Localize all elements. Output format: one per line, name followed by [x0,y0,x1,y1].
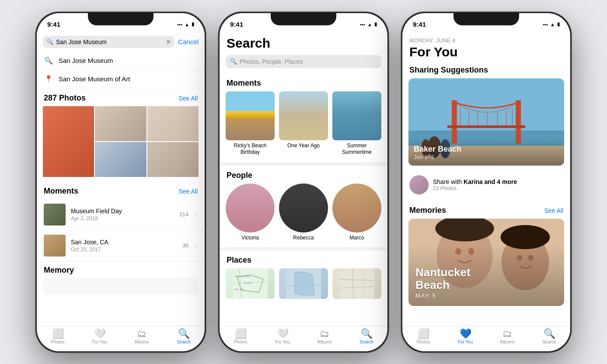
person-card-3[interactable]: Marco [332,184,381,241]
memories-section: Memories See All [402,202,570,306]
photos-see-all[interactable]: See All [178,95,198,102]
moment-card-3[interactable]: Summer Summertime [332,91,381,156]
place-card-2[interactable] [279,268,328,299]
museum-photo-4[interactable] [95,142,146,177]
section-divider-1 [220,162,387,166]
phone-2: 9:41 ▪▪▪ ▲ ▮ Search 🔍 Photos, People, Pl… [218,12,389,353]
place-map-1: Spring Valley Yonkers New Roc [226,268,275,299]
clear-button[interactable]: ✕ [166,38,171,45]
status-icons-2: ▪▪▪ ▲ ▮ [360,21,377,27]
moments-title: Moments [44,187,78,196]
signal-icon: ▪▪▪ [177,22,182,27]
phone-1: 9:41 ▪▪▪ ▲ ▮ 🔍 San Jose Museum ✕ Cancel [35,12,206,353]
svg-rect-16 [452,100,457,143]
photos-tab-icon-3: ⬜ [418,329,429,339]
person-card-1[interactable]: Victoria [226,184,275,241]
moments-section-header: Moments See All [37,181,205,199]
notch-2 [271,13,336,25]
suggestion-text-1: San Jose Museum [59,57,113,64]
moment-row-2[interactable]: San Jose, CA Oct 25, 2017 36 › [37,230,205,261]
moments-see-all[interactable]: See All [178,188,198,195]
tab-search-2[interactable]: 🔍 Search [353,329,380,344]
search-bar-static[interactable]: 🔍 Photos, People, Places [226,55,381,68]
place-card-3[interactable] [332,268,381,299]
status-icons-3: ▪▪▪ ▲ ▮ [543,21,560,27]
cancel-button[interactable]: Cancel [178,38,199,45]
baker-beach-card[interactable]: Baker Beach Jun 1–3 [408,78,564,166]
person-img-1 [226,184,275,232]
photos-tab-icon-1: ⬜ [52,329,64,339]
people-section-header: People [220,166,387,184]
moment-card-1[interactable]: Ricky's Beach Birthday [226,91,275,156]
map-svg-1: Spring Valley Yonkers New Roc [226,268,275,299]
tab-search-3[interactable]: 🔍 Search [536,329,562,344]
museum-photo-2[interactable] [95,106,146,141]
search-bar-row: 🔍 San Jose Museum ✕ Cancel [37,32,205,52]
foryou-tab-icon-3: 💙 [460,329,471,339]
wifi-icon: ▲ [185,22,189,27]
suggestion-item-2[interactable]: 📍 San Jose Museum of Art [37,70,205,88]
share-row[interactable]: Share with Karina and 4 more 23 Photos [402,171,570,199]
nantucket-date: MAY 5 [415,292,557,299]
albums-tab-icon-3: 🗂 [502,329,512,339]
map-svg-2 [279,268,328,299]
tab-photos-3[interactable]: ⬜ Photos [410,329,436,344]
albums-tab-icon-1: 🗂 [137,329,147,339]
foryou-tab-label-3: For You [458,340,473,344]
tab-photos-2[interactable]: ⬜ Photos [227,329,254,344]
person-name-1: Victoria [226,235,275,241]
svg-text:New Roc: New Roc [235,288,244,291]
photos-tab-label-1: Photos [51,340,64,344]
battery-icon: ▮ [192,21,194,27]
wifi-icon-2: ▲ [367,22,372,27]
search-input-wrap[interactable]: 🔍 San Jose Museum ✕ [43,36,174,48]
memories-see-all[interactable]: See All [544,207,563,214]
tab-foryou-2[interactable]: 🤍 For You [269,329,296,344]
battery-icon-3: ▮ [557,21,560,27]
places-row: Spring Valley Yonkers New Roc [220,268,387,305]
tab-albums-2[interactable]: 🗂 Albums [311,329,338,344]
person-card-2[interactable]: Rebecca [279,184,328,241]
moment-count-1: 314 [179,211,189,218]
moment-info-2: San Jose, CA Oct 25, 2017 [71,239,177,253]
tab-search-1[interactable]: 🔍 Search [171,329,197,344]
tab-albums-3[interactable]: 🗂 Albums [494,329,520,344]
foryou-tab-label-2: For You [275,340,290,344]
museum-photo-1[interactable] [43,106,94,177]
moment-card-label-2: One Year Ago [279,142,328,149]
tab-photos-1[interactable]: ⬜ Photos [45,329,71,344]
place-card-1[interactable]: Spring Valley Yonkers New Roc [226,268,275,299]
moment-title-1: Museum Field Day [71,208,174,215]
moments-title-2: Moments [227,79,261,88]
search-tab-label-1: Search [177,340,191,344]
suggestion-item-1[interactable]: 🔍 San Jose Museum [37,52,205,70]
tab-foryou-3[interactable]: 💙 For You [452,329,478,344]
moment-thumb-1 [44,204,66,225]
tab-bar-2: ⬜ Photos 🤍 For You 🗂 Albums 🔍 Search [220,326,387,351]
phone-3: 9:41 ▪▪▪ ▲ ▮ Monday, June 4 For You Shar… [401,12,572,353]
chevron-icon-1: › [195,211,198,218]
svg-rect-17 [516,100,521,143]
tab-bar-1: ⬜ Photos 🤍 For You 🗂 Albums 🔍 Search [37,326,205,351]
place-map-2 [279,268,328,299]
nantucket-card[interactable]: NantucketBeach MAY 5 [408,218,564,306]
tab-foryou-1[interactable]: 🤍 For You [87,329,113,344]
foryou-tab-icon-2: 🤍 [277,329,289,339]
moment-row-1[interactable]: Museum Field Day Apr 3, 2018 314 › [37,199,205,230]
search-tab-label-3: Search [542,340,556,344]
search-input-text[interactable]: San Jose Museum [56,38,163,45]
for-you-title: For You [402,45,570,64]
moment-card-2[interactable]: One Year Ago [279,91,328,156]
people-row: Victoria Rebecca Marco [220,184,387,247]
photos-tab-label-3: Photos [416,340,430,344]
moment-card-img-2 [279,91,328,140]
section-divider-2 [220,247,387,250]
share-info: Share with Karina and 4 more 23 Photos [433,178,517,191]
photos-tab-label-2: Photos [234,340,247,344]
museum-photo-3[interactable] [147,106,199,141]
time-2: 9:41 [230,21,243,28]
museum-photo-5[interactable] [147,142,199,177]
people-title: People [227,171,252,180]
tab-albums-1[interactable]: 🗂 Albums [129,329,155,344]
tab-bar-3: ⬜ Photos 💙 For You 🗂 Albums 🔍 Search [402,326,570,351]
